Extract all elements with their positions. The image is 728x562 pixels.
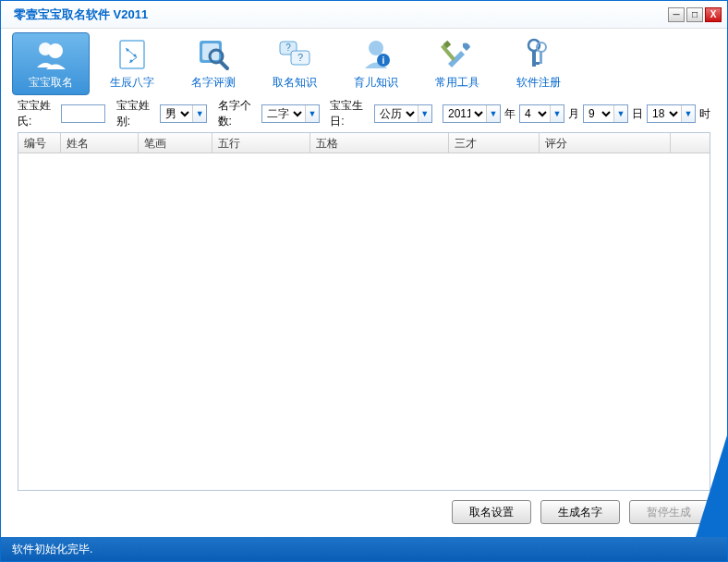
surname-input[interactable] xyxy=(61,104,105,123)
main-toolbar: 宝宝取名 生辰八字 名字评测 ?? 取名知识 i 育儿知识 常用工具 软件注册 xyxy=(1,29,727,99)
year-suffix: 年 xyxy=(504,106,516,122)
chevron-down-icon: ▼ xyxy=(681,105,695,122)
chevron-down-icon: ▼ xyxy=(305,105,319,122)
magnifier-icon xyxy=(195,38,232,71)
col-score[interactable]: 评分 xyxy=(540,133,671,153)
col-no[interactable]: 编号 xyxy=(18,133,61,153)
keys-icon xyxy=(520,38,557,71)
month-suffix: 月 xyxy=(568,106,579,122)
count-select[interactable]: 二字 xyxy=(262,105,305,122)
col-strokes[interactable]: 笔画 xyxy=(139,133,212,153)
toolbar-label: 取名知识 xyxy=(273,75,317,91)
day-suffix: 日 xyxy=(632,106,643,122)
svg-rect-23 xyxy=(540,51,542,64)
svg-rect-21 xyxy=(532,62,540,65)
count-select-wrap[interactable]: 二字▼ xyxy=(261,104,320,123)
svg-point-1 xyxy=(48,43,63,58)
col-sancai[interactable]: 三才 xyxy=(449,133,540,153)
toolbar-parenting[interactable]: i 育儿知识 xyxy=(337,32,415,95)
day-select-wrap[interactable]: 9▼ xyxy=(583,104,628,123)
birthday-label: 宝宝生日: xyxy=(330,98,370,129)
toolbar-bazi[interactable]: 生辰八字 xyxy=(93,32,171,95)
col-wuxing[interactable]: 五行 xyxy=(212,133,310,153)
month-select-wrap[interactable]: 4▼ xyxy=(519,104,564,123)
filter-form: 宝宝姓氏: 宝宝姓别: 男▼ 名字个数: 二字▼ 宝宝生日: 公历▼ 2011▼… xyxy=(1,99,727,128)
minimize-button[interactable]: ─ xyxy=(668,7,685,22)
toolbar-label: 常用工具 xyxy=(435,75,479,91)
toolbar-knowledge[interactable]: ?? 取名知识 xyxy=(256,32,334,95)
hour-select-wrap[interactable]: 18▼ xyxy=(647,104,696,123)
toolbar-tools[interactable]: 常用工具 xyxy=(419,32,496,95)
generate-button[interactable]: 生成名字 xyxy=(540,500,620,524)
document-icon xyxy=(114,38,151,71)
calendar-select[interactable]: 公历 xyxy=(375,105,418,122)
day-select[interactable]: 9 xyxy=(584,105,613,122)
col-wuge[interactable]: 五格 xyxy=(310,133,449,153)
results-table: 编号 姓名 笔画 五行 五格 三才 评分 xyxy=(18,132,710,491)
hour-suffix: 时 xyxy=(699,106,710,122)
count-label: 名字个数: xyxy=(218,98,258,129)
col-spacer xyxy=(671,133,710,153)
svg-text:?: ? xyxy=(297,52,303,63)
toolbar-eval[interactable]: 名字评测 xyxy=(175,32,252,95)
window-title: 零壹宝宝取名软件 V2011 xyxy=(6,6,666,23)
toolbar-label: 宝宝取名 xyxy=(29,75,73,91)
status-text: 软件初始化完毕. xyxy=(12,542,92,557)
svg-point-14 xyxy=(369,41,383,55)
gender-label: 宝宝姓别: xyxy=(116,98,156,129)
close-button[interactable]: X xyxy=(705,7,722,22)
toolbar-naming[interactable]: 宝宝取名 xyxy=(12,32,90,95)
col-name[interactable]: 姓名 xyxy=(61,133,139,153)
toolbar-label: 名字评测 xyxy=(191,75,236,91)
year-select[interactable]: 2011 xyxy=(443,105,486,122)
month-select[interactable]: 4 xyxy=(520,105,550,122)
settings-button[interactable]: 取名设置 xyxy=(452,500,531,524)
svg-text:i: i xyxy=(382,55,385,66)
chevron-down-icon: ▼ xyxy=(192,105,206,122)
toolbar-register[interactable]: 软件注册 xyxy=(500,32,577,95)
chevron-down-icon: ▼ xyxy=(418,105,431,122)
title-bar: 零壹宝宝取名软件 V2011 ─ □ X xyxy=(1,1,727,29)
chevron-down-icon: ▼ xyxy=(550,105,564,122)
svg-line-9 xyxy=(221,62,227,68)
table-header: 编号 姓名 笔画 五行 五格 三才 评分 xyxy=(18,133,710,153)
toolbar-label: 育儿知识 xyxy=(354,75,398,91)
corner-decoration xyxy=(696,435,727,537)
hour-select[interactable]: 18 xyxy=(648,105,681,122)
calendar-select-wrap[interactable]: 公历▼ xyxy=(374,104,432,123)
status-bar: 软件初始化完毕. xyxy=(1,537,727,561)
question-bubble-icon: ?? xyxy=(276,38,313,71)
svg-rect-2 xyxy=(120,41,144,68)
chevron-down-icon: ▼ xyxy=(613,105,627,122)
action-bar: 取名设置 生成名字 暂停生成 xyxy=(1,491,727,533)
year-select-wrap[interactable]: 2011▼ xyxy=(443,104,501,123)
maximize-button[interactable]: □ xyxy=(686,7,703,22)
gender-select-wrap[interactable]: 男▼ xyxy=(160,104,207,123)
toolbar-label: 生辰八字 xyxy=(110,75,154,91)
people-icon xyxy=(32,38,69,71)
surname-label: 宝宝姓氏: xyxy=(18,98,57,129)
gender-select[interactable]: 男 xyxy=(161,105,192,122)
person-info-icon: i xyxy=(358,38,394,71)
chevron-down-icon: ▼ xyxy=(486,105,500,122)
toolbar-label: 软件注册 xyxy=(516,75,561,91)
svg-text:?: ? xyxy=(285,43,291,53)
tools-icon xyxy=(439,38,476,71)
